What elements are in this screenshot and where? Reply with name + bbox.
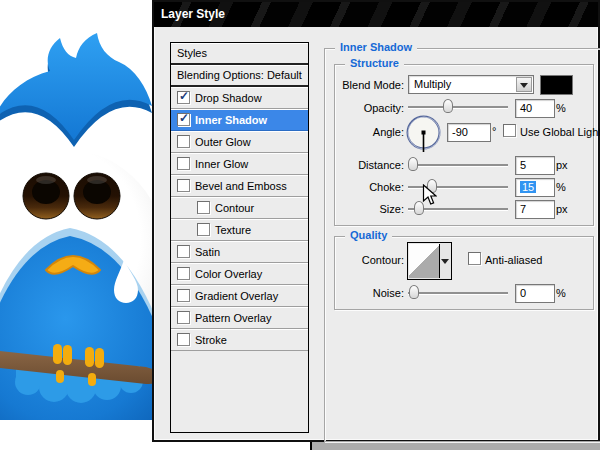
contour-picker[interactable] [407,242,452,280]
satin-label: Satin [195,246,220,258]
styles-list-header[interactable]: Styles [171,43,308,65]
dialog-title: Layer Style [161,7,225,21]
opacity-input[interactable]: 40 [515,99,555,118]
bird-crest [0,33,152,147]
structure-title: Structure [345,57,404,69]
inner-shadow-label: Inner Shadow [195,114,267,126]
bird-eye-left [23,173,69,219]
use-global-light-label: Use Global Light [520,126,600,139]
contour-label: Contour [215,202,254,214]
background-pasteboard [310,442,600,450]
angle-unit: ° [492,125,496,137]
drop-shadow-label: Drop Shadow [195,92,262,104]
style-item-drop-shadow[interactable]: Drop Shadow [171,87,308,109]
size-unit: px [556,203,568,215]
styles-list: Styles Blending Options: Default Drop Sh… [170,42,309,433]
inner-glow-label: Inner Glow [195,158,248,170]
screenshot-root: Layer Style Styles Blending Options: Def… [0,0,600,450]
choke-unit: % [556,181,566,193]
blend-mode-label: Blend Mode: [324,79,404,91]
size-label: Size: [324,203,404,215]
opacity-unit: % [556,102,566,114]
color-overlay-checkbox[interactable] [177,267,190,280]
outer-glow-checkbox[interactable] [177,135,190,148]
styles-header-label: Styles [177,47,207,59]
blending-options-label: Blending Options: Default [177,69,302,81]
angle-dial[interactable] [405,114,442,154]
blend-mode-select[interactable]: Multiply [408,75,534,94]
stroke-label: Stroke [195,334,227,346]
style-item-stroke[interactable]: Stroke [171,329,308,351]
pattern-overlay-checkbox[interactable] [177,311,190,324]
style-item-inner-glow[interactable]: Inner Glow [171,153,308,175]
style-item-contour[interactable]: Contour [171,197,308,219]
style-item-inner-shadow[interactable]: Inner Shadow [171,109,308,131]
noise-slider[interactable] [408,292,508,295]
style-item-satin[interactable]: Satin [171,241,308,263]
bird-illustration [0,0,165,450]
texture-checkbox[interactable] [197,223,210,236]
quality-title: Quality [345,229,392,241]
distance-label: Distance: [324,159,404,171]
chevron-down-icon[interactable] [516,77,532,92]
size-slider[interactable] [408,208,508,211]
contour-checkbox[interactable] [197,201,210,214]
noise-unit: % [556,287,566,299]
opacity-slider[interactable] [408,106,508,109]
distance-input[interactable]: 5 [515,156,555,175]
dialog-titlebar[interactable]: Layer Style [154,2,598,27]
gradient-overlay-label: Gradient Overlay [195,290,278,302]
stroke-checkbox[interactable] [177,333,190,346]
style-item-color-overlay[interactable]: Color Overlay [171,263,308,285]
choke-label: Choke: [324,181,404,193]
chevron-down-icon[interactable] [439,243,451,279]
pattern-overlay-label: Pattern Overlay [195,312,271,324]
style-item-pattern-overlay[interactable]: Pattern Overlay [171,307,308,329]
gradient-overlay-checkbox[interactable] [177,289,190,302]
opacity-slider-thumb[interactable] [443,99,453,113]
quality-contour-label: Contour: [324,254,404,266]
style-item-blending-options[interactable]: Blending Options: Default [171,65,308,87]
angle-label: Angle: [324,126,404,138]
mouse-cursor-icon [422,184,437,206]
choke-selected-text: 15 [520,181,536,193]
bird-eye-right [74,173,120,219]
shadow-color-swatch[interactable] [540,75,573,95]
blend-mode-value: Multiply [414,78,451,90]
bevel-emboss-label: Bevel and Emboss [195,180,287,192]
outer-glow-label: Outer Glow [195,136,251,148]
style-item-outer-glow[interactable]: Outer Glow [171,131,308,153]
bevel-emboss-checkbox[interactable] [177,179,190,192]
noise-label: Noise: [324,287,404,299]
inner-glow-checkbox[interactable] [177,157,190,170]
style-item-bevel-emboss[interactable]: Bevel and Emboss [171,175,308,197]
distance-slider-thumb[interactable] [408,157,418,171]
opacity-label: Opacity: [324,102,404,114]
choke-input[interactable]: 15 [515,178,555,197]
satin-checkbox[interactable] [177,245,190,258]
contour-thumbnail-icon [409,244,440,278]
noise-slider-thumb[interactable] [409,285,419,299]
use-global-light-checkbox[interactable] [503,124,516,137]
style-item-gradient-overlay[interactable]: Gradient Overlay [171,285,308,307]
color-overlay-label: Color Overlay [195,268,262,280]
distance-slider[interactable] [408,164,508,167]
inner-shadow-checkbox[interactable] [177,113,190,126]
distance-unit: px [556,159,568,171]
anti-aliased-checkbox[interactable] [468,252,481,265]
anti-aliased-label: Anti-aliased [485,254,542,267]
texture-label: Texture [215,224,251,236]
size-input[interactable]: 7 [515,200,555,219]
noise-input[interactable]: 0 [515,284,555,303]
angle-input[interactable]: -90 [447,123,491,142]
layer-style-dialog: Layer Style Styles Blending Options: Def… [152,0,600,442]
style-item-texture[interactable]: Texture [171,219,308,241]
drop-shadow-checkbox[interactable] [177,91,190,104]
inner-shadow-panel-title: Inner Shadow [335,41,417,53]
